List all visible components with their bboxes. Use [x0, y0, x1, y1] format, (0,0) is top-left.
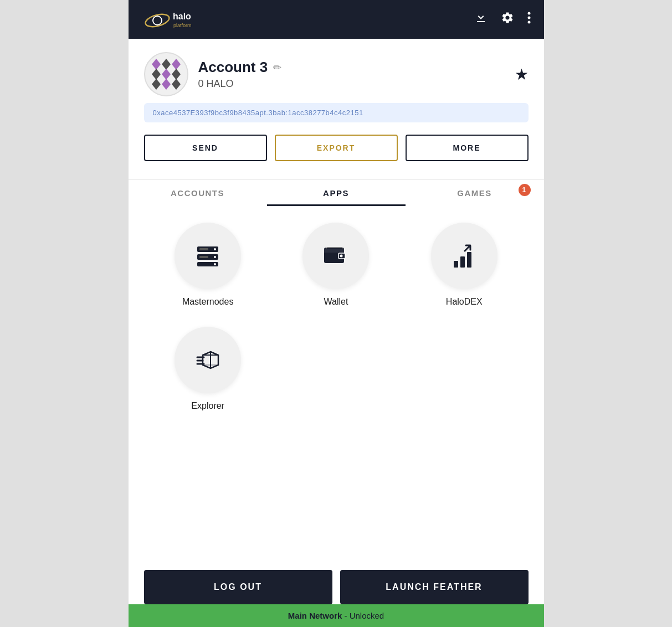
app-item-explorer[interactable]: Explorer	[144, 327, 272, 411]
svg-rect-29	[454, 261, 458, 268]
star-icon[interactable]: ★	[515, 65, 529, 84]
svg-rect-26	[324, 249, 344, 253]
spacer	[129, 431, 544, 559]
apps-grid: Masternodes Wallet	[129, 206, 544, 431]
send-button[interactable]: SEND	[144, 135, 267, 161]
svg-marker-7	[152, 59, 161, 70]
svg-point-1	[153, 16, 162, 25]
svg-point-21	[214, 263, 216, 265]
svg-rect-23	[199, 256, 208, 258]
app-item-masternodes[interactable]: Masternodes	[144, 223, 272, 307]
masternodes-icon	[193, 241, 223, 271]
svg-point-19	[214, 248, 216, 250]
explorer-icon	[193, 345, 223, 375]
header: halo platform	[129, 0, 544, 39]
svg-marker-8	[162, 59, 171, 70]
wallet-icon-circle	[302, 223, 369, 289]
account-left: Account 3 ✏ 0 HALO	[144, 52, 282, 96]
account-row: Account 3 ✏ 0 HALO ★	[144, 52, 529, 96]
wallet-icon	[321, 241, 351, 271]
svg-rect-22	[199, 248, 208, 250]
account-section: Account 3 ✏ 0 HALO ★ 0xace4537E393f9bc3f…	[129, 39, 544, 173]
svg-point-0	[144, 12, 171, 29]
action-buttons: SEND EXPORT MORE	[144, 135, 529, 161]
wallet-address[interactable]: 0xace4537E393f9bc3f9b8435apt.3bab:1acc38…	[144, 103, 529, 122]
svg-point-4	[527, 12, 530, 15]
svg-marker-12	[172, 69, 181, 80]
halodex-icon-circle	[431, 223, 497, 289]
more-options-icon[interactable]	[527, 11, 531, 28]
svg-point-20	[214, 256, 216, 258]
svg-marker-13	[152, 79, 161, 90]
svg-point-5	[527, 17, 530, 19]
explorer-label: Explorer	[191, 401, 224, 411]
wallet-label: Wallet	[324, 297, 348, 307]
tab-games[interactable]: GAMES 1	[406, 179, 544, 206]
svg-point-6	[527, 21, 530, 24]
account-info: Account 3 ✏ 0 HALO	[198, 59, 282, 90]
account-balance: 0 HALO	[198, 78, 282, 90]
app-item-wallet[interactable]: Wallet	[272, 223, 400, 307]
svg-marker-9	[172, 59, 181, 70]
tab-apps[interactable]: APPS	[267, 179, 406, 206]
svg-rect-31	[467, 252, 471, 268]
app-item-halodex[interactable]: HaloDEX	[400, 223, 528, 307]
header-icons	[474, 11, 531, 28]
settings-icon[interactable]	[501, 11, 514, 28]
svg-rect-30	[460, 256, 465, 268]
games-badge: 1	[519, 184, 531, 196]
svg-marker-15	[172, 79, 181, 90]
halodex-icon	[449, 241, 479, 271]
svg-text:halo: halo	[173, 12, 191, 21]
network-status: Unlocked	[350, 611, 384, 620]
export-button[interactable]: EXPORT	[275, 135, 398, 161]
halo-logo-svg: halo platform	[142, 8, 214, 30]
app-container: halo platform	[129, 0, 544, 627]
svg-marker-10	[152, 69, 161, 80]
download-icon[interactable]	[474, 11, 488, 28]
edit-icon[interactable]: ✏	[273, 61, 281, 74]
svg-marker-11	[162, 69, 171, 80]
launch-feather-button[interactable]: LAUNCH FEATHER	[340, 570, 529, 604]
bottom-buttons: LOG OUT LAUNCH FEATHER	[144, 570, 529, 604]
status-bar: Main Network - Unlocked	[129, 604, 544, 627]
account-name-row: Account 3 ✏	[198, 59, 282, 76]
avatar	[144, 52, 188, 96]
network-label: Main Network	[288, 611, 342, 620]
tab-accounts[interactable]: ACCOUNTS	[129, 179, 267, 206]
logo-area: halo platform	[142, 8, 214, 30]
halodex-label: HaloDEX	[446, 297, 483, 307]
logout-button[interactable]: LOG OUT	[144, 570, 332, 604]
masternodes-label: Masternodes	[182, 297, 234, 307]
account-name: Account 3	[198, 59, 268, 76]
more-button[interactable]: MORE	[406, 135, 529, 161]
svg-text:platform: platform	[173, 23, 192, 28]
tabs: ACCOUNTS APPS GAMES 1	[129, 179, 544, 206]
status-separator: -	[342, 611, 349, 620]
explorer-icon-circle	[175, 327, 241, 393]
svg-marker-14	[162, 79, 171, 90]
masternodes-icon-circle	[175, 223, 241, 289]
avatar-svg	[147, 55, 186, 94]
svg-point-28	[340, 255, 343, 258]
